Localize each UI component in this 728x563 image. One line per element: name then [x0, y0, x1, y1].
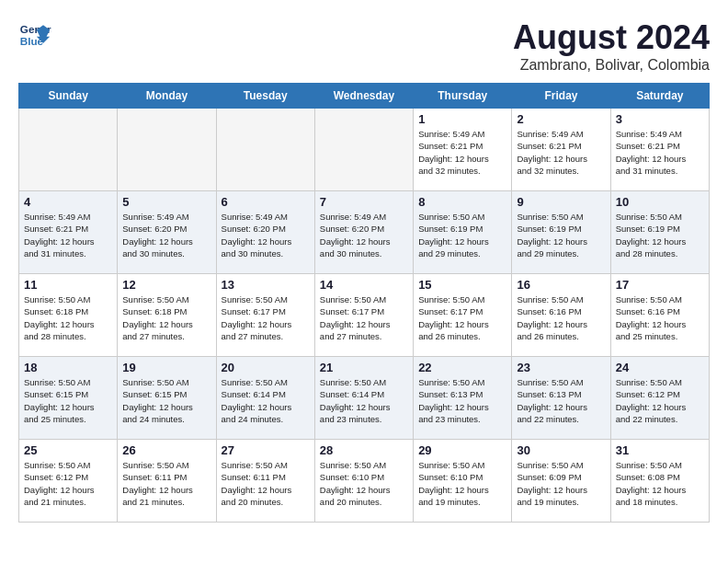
day-number: 21 — [320, 361, 408, 374]
day-number: 18 — [24, 361, 112, 374]
day-info: Sunrise: 5:49 AM Sunset: 6:21 PM Dayligh… — [616, 128, 704, 177]
title-area: August 2024 Zambrano, Bolivar, Colombia — [513, 18, 710, 74]
table-row — [19, 109, 118, 191]
table-row: 2Sunrise: 5:49 AM Sunset: 6:21 PM Daylig… — [512, 109, 610, 191]
table-row: 16Sunrise: 5:50 AM Sunset: 6:16 PM Dayli… — [512, 274, 610, 357]
day-info: Sunrise: 5:50 AM Sunset: 6:19 PM Dayligh… — [418, 211, 506, 259]
day-number: 6 — [222, 195, 310, 209]
logo-icon: General Blue — [18, 18, 51, 52]
table-row: 27Sunrise: 5:50 AM Sunset: 6:11 PM Dayli… — [216, 440, 314, 523]
table-row: 25Sunrise: 5:50 AM Sunset: 6:12 PM Dayli… — [19, 440, 118, 523]
day-info: Sunrise: 5:50 AM Sunset: 6:14 PM Dayligh… — [320, 376, 408, 425]
day-number: 7 — [320, 195, 408, 209]
table-row: 26Sunrise: 5:50 AM Sunset: 6:11 PM Dayli… — [118, 440, 216, 523]
table-row: 10Sunrise: 5:50 AM Sunset: 6:19 PM Dayli… — [610, 191, 709, 274]
table-row: 31Sunrise: 5:50 AM Sunset: 6:08 PM Dayli… — [610, 440, 709, 523]
day-number: 22 — [418, 361, 506, 374]
day-number: 24 — [616, 361, 704, 374]
day-number: 5 — [122, 195, 210, 209]
day-info: Sunrise: 5:50 AM Sunset: 6:15 PM Dayligh… — [24, 376, 112, 425]
day-number: 11 — [24, 278, 112, 292]
table-row: 6Sunrise: 5:49 AM Sunset: 6:20 PM Daylig… — [216, 191, 314, 274]
day-number: 17 — [616, 278, 704, 292]
day-info: Sunrise: 5:50 AM Sunset: 6:17 PM Dayligh… — [418, 293, 506, 342]
day-info: Sunrise: 5:50 AM Sunset: 6:13 PM Dayligh… — [418, 376, 506, 425]
day-number: 30 — [517, 443, 605, 457]
day-info: Sunrise: 5:50 AM Sunset: 6:16 PM Dayligh… — [517, 293, 605, 342]
day-number: 14 — [320, 278, 408, 292]
table-row: 1Sunrise: 5:49 AM Sunset: 6:21 PM Daylig… — [414, 109, 512, 191]
day-info: Sunrise: 5:49 AM Sunset: 6:20 PM Dayligh… — [122, 211, 210, 259]
table-row: 20Sunrise: 5:50 AM Sunset: 6:14 PM Dayli… — [216, 357, 314, 440]
col-thursday: Thursday — [414, 84, 512, 109]
day-info: Sunrise: 5:50 AM Sunset: 6:13 PM Dayligh… — [517, 376, 605, 425]
table-row: 4Sunrise: 5:49 AM Sunset: 6:21 PM Daylig… — [19, 191, 118, 274]
day-info: Sunrise: 5:50 AM Sunset: 6:17 PM Dayligh… — [222, 293, 310, 342]
day-info: Sunrise: 5:50 AM Sunset: 6:12 PM Dayligh… — [616, 376, 704, 425]
day-number: 2 — [517, 112, 605, 126]
day-info: Sunrise: 5:50 AM Sunset: 6:08 PM Dayligh… — [616, 459, 704, 508]
day-number: 10 — [616, 195, 704, 209]
table-row: 3Sunrise: 5:49 AM Sunset: 6:21 PM Daylig… — [610, 109, 709, 191]
table-row: 28Sunrise: 5:50 AM Sunset: 6:10 PM Dayli… — [314, 440, 413, 523]
table-row — [314, 109, 413, 191]
day-number: 15 — [418, 278, 506, 292]
day-number: 1 — [418, 112, 506, 126]
day-number: 28 — [320, 443, 408, 457]
day-number: 25 — [24, 443, 112, 457]
table-row: 15Sunrise: 5:50 AM Sunset: 6:17 PM Dayli… — [414, 274, 512, 357]
table-row: 22Sunrise: 5:50 AM Sunset: 6:13 PM Dayli… — [414, 357, 512, 440]
col-friday: Friday — [512, 84, 610, 109]
day-number: 9 — [517, 195, 605, 209]
col-saturday: Saturday — [610, 84, 709, 109]
calendar-week-row: 11Sunrise: 5:50 AM Sunset: 6:18 PM Dayli… — [19, 274, 710, 357]
day-number: 19 — [122, 361, 210, 374]
day-info: Sunrise: 5:50 AM Sunset: 6:17 PM Dayligh… — [320, 293, 408, 342]
col-wednesday: Wednesday — [314, 84, 413, 109]
table-row: 14Sunrise: 5:50 AM Sunset: 6:17 PM Dayli… — [314, 274, 413, 357]
table-row: 23Sunrise: 5:50 AM Sunset: 6:13 PM Dayli… — [512, 357, 610, 440]
table-row: 18Sunrise: 5:50 AM Sunset: 6:15 PM Dayli… — [19, 357, 118, 440]
day-info: Sunrise: 5:50 AM Sunset: 6:10 PM Dayligh… — [418, 459, 506, 508]
header-row: Sunday Monday Tuesday Wednesday Thursday… — [19, 84, 710, 109]
calendar-subtitle: Zambrano, Bolivar, Colombia — [513, 57, 710, 74]
day-info: Sunrise: 5:49 AM Sunset: 6:21 PM Dayligh… — [24, 211, 112, 259]
day-info: Sunrise: 5:50 AM Sunset: 6:16 PM Dayligh… — [616, 293, 704, 342]
table-row: 8Sunrise: 5:50 AM Sunset: 6:19 PM Daylig… — [414, 191, 512, 274]
day-info: Sunrise: 5:50 AM Sunset: 6:18 PM Dayligh… — [24, 293, 112, 342]
table-row: 30Sunrise: 5:50 AM Sunset: 6:09 PM Dayli… — [512, 440, 610, 523]
table-row: 12Sunrise: 5:50 AM Sunset: 6:18 PM Dayli… — [118, 274, 216, 357]
day-info: Sunrise: 5:50 AM Sunset: 6:15 PM Dayligh… — [122, 376, 210, 425]
day-info: Sunrise: 5:50 AM Sunset: 6:14 PM Dayligh… — [222, 376, 310, 425]
day-number: 26 — [122, 443, 210, 457]
col-sunday: Sunday — [19, 84, 118, 109]
day-number: 13 — [222, 278, 310, 292]
day-info: Sunrise: 5:50 AM Sunset: 6:19 PM Dayligh… — [517, 211, 605, 259]
day-number: 31 — [616, 443, 704, 457]
day-info: Sunrise: 5:50 AM Sunset: 6:19 PM Dayligh… — [616, 211, 704, 259]
day-info: Sunrise: 5:49 AM Sunset: 6:20 PM Dayligh… — [320, 211, 408, 259]
day-number: 20 — [222, 361, 310, 374]
calendar-table: Sunday Monday Tuesday Wednesday Thursday… — [18, 83, 710, 523]
table-row: 19Sunrise: 5:50 AM Sunset: 6:15 PM Dayli… — [118, 357, 216, 440]
table-row: 5Sunrise: 5:49 AM Sunset: 6:20 PM Daylig… — [118, 191, 216, 274]
calendar-title: August 2024 — [513, 18, 710, 57]
table-row: 24Sunrise: 5:50 AM Sunset: 6:12 PM Dayli… — [610, 357, 709, 440]
page-header: General Blue August 2024 Zambrano, Boliv… — [18, 18, 710, 74]
table-row: 21Sunrise: 5:50 AM Sunset: 6:14 PM Dayli… — [314, 357, 413, 440]
day-number: 3 — [616, 112, 704, 126]
day-info: Sunrise: 5:50 AM Sunset: 6:10 PM Dayligh… — [320, 459, 408, 508]
day-info: Sunrise: 5:50 AM Sunset: 6:12 PM Dayligh… — [24, 459, 112, 508]
table-row: 11Sunrise: 5:50 AM Sunset: 6:18 PM Dayli… — [19, 274, 118, 357]
table-row: 7Sunrise: 5:49 AM Sunset: 6:20 PM Daylig… — [314, 191, 413, 274]
table-row: 29Sunrise: 5:50 AM Sunset: 6:10 PM Dayli… — [414, 440, 512, 523]
table-row — [216, 109, 314, 191]
day-info: Sunrise: 5:49 AM Sunset: 6:20 PM Dayligh… — [222, 211, 310, 259]
day-number: 29 — [418, 443, 506, 457]
day-info: Sunrise: 5:49 AM Sunset: 6:21 PM Dayligh… — [517, 128, 605, 177]
calendar-week-row: 1Sunrise: 5:49 AM Sunset: 6:21 PM Daylig… — [19, 109, 710, 191]
table-row: 13Sunrise: 5:50 AM Sunset: 6:17 PM Dayli… — [216, 274, 314, 357]
day-number: 23 — [517, 361, 605, 374]
calendar-week-row: 18Sunrise: 5:50 AM Sunset: 6:15 PM Dayli… — [19, 357, 710, 440]
day-number: 27 — [222, 443, 310, 457]
